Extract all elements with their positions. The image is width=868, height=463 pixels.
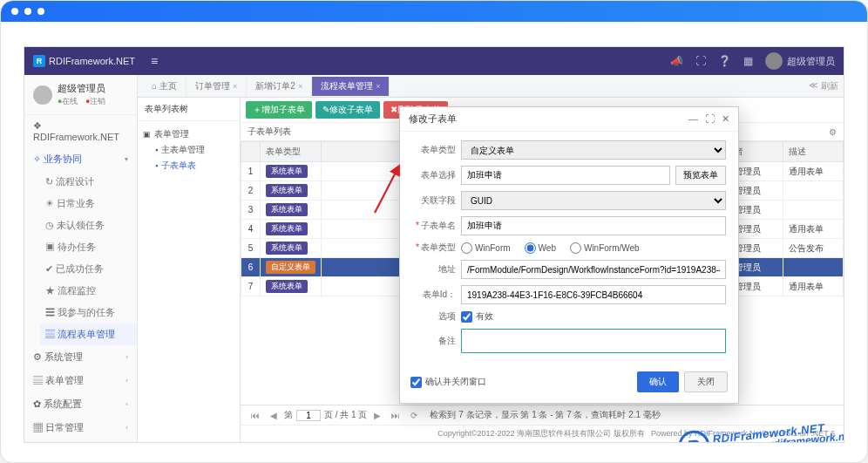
label-remark: 备注 — [412, 335, 456, 347]
hamburger-icon[interactable]: ≡ — [151, 54, 158, 68]
radio-winform[interactable]: WinForm — [461, 242, 511, 254]
sidebar-item-formmgmt[interactable]: ▤ 表单管理‹ — [24, 369, 137, 392]
close-after-save-checkbox[interactable]: 确认并关闭窗口 — [410, 376, 486, 388]
tree-title: 表单列表树 — [138, 98, 240, 121]
help-icon[interactable]: ❔ — [718, 55, 731, 67]
sidebar-item-sysconf[interactable]: ✿ 系统配置‹ — [24, 392, 137, 416]
tree-panel: 表单列表树 ▣表单管理 ▪主表单管理 ▪子表单表 — [138, 98, 241, 442]
sub-participated[interactable]: ☰ 我参与的任务 — [40, 302, 137, 323]
add-subform-button[interactable]: ＋增加子表单 — [246, 101, 312, 119]
select-form-input[interactable] — [461, 166, 670, 185]
gear-icon[interactable]: ⚙ — [829, 127, 837, 137]
pager-summary: 检索到 7 条记录，显示 第 1 条 - 第 7 条，查询耗时 2.1 毫秒 — [430, 409, 660, 421]
tab-refresh[interactable]: 刷新 — [821, 80, 838, 92]
traffic-dot — [11, 8, 18, 15]
sidebar-item-daily[interactable]: ▦ 日常管理‹ — [24, 416, 137, 439]
sidebar-item-workflow[interactable]: ✧ 业务协同 ▾ — [24, 147, 137, 171]
label-sub-name: 子表单名 — [412, 220, 456, 232]
home-icon: ⌂ — [152, 81, 157, 91]
close-icon[interactable]: × — [233, 82, 237, 91]
tab-home[interactable]: ⌂主页 — [143, 77, 186, 96]
sub-daily-biz[interactable]: ☀ 日常业务 — [40, 193, 137, 214]
relation-field-select[interactable]: GUID — [461, 191, 726, 210]
type-pill[interactable]: 自定义表单 — [266, 261, 315, 274]
tree-root[interactable]: ▣表单管理 — [141, 126, 236, 142]
close-icon[interactable]: × — [298, 82, 302, 91]
radio-web[interactable]: Web — [525, 242, 556, 254]
sub-name-input[interactable] — [461, 216, 726, 235]
sub-form-mgmt[interactable]: ▤ 流程表单管理 — [40, 323, 137, 345]
close-button[interactable]: 关闭 — [684, 371, 728, 392]
copyright-link[interactable]: RDIFramework.NetCore-V5.1 — [695, 429, 797, 438]
form-type-select[interactable]: 自定义表单 — [461, 140, 726, 160]
avatar[interactable] — [765, 52, 783, 70]
radio-both[interactable]: WinForm/Web — [570, 242, 640, 254]
type-pill[interactable]: 系统表单 — [266, 203, 308, 216]
sidebar-submenu-workflow: ↻ 流程设计 ☀ 日常业务 ◷ 未认领任务 ▣ 待办任务 ✔ 已成功任务 ★ 流… — [24, 171, 137, 345]
remark-input[interactable] — [461, 329, 726, 353]
navbar-user-label[interactable]: 超级管理员 — [787, 55, 835, 68]
col-type: 表单类型 — [261, 142, 322, 162]
edit-subform-button[interactable]: ✎修改子表单 — [315, 101, 380, 119]
sidebar-item-home[interactable]: ❖ RDIFramework.NET — [24, 115, 137, 147]
pager-last-icon[interactable]: ⏭ — [388, 411, 403, 420]
user-card: 超级管理员 ●在线 ●注销 — [24, 75, 137, 115]
col-desc: 描述 — [783, 142, 843, 162]
sidebar-item-report[interactable]: ⚑ 报表中心‹ — [24, 439, 137, 442]
pager-page-input[interactable] — [296, 410, 321, 421]
tab-neworder2[interactable]: 新增订单2× — [247, 77, 312, 96]
sidebar: 超级管理员 ●在线 ●注销 ❖ RDIFramework.NET ✧ 业务协同 … — [24, 75, 138, 442]
grid-apps-icon[interactable]: ▦ — [743, 55, 753, 67]
sub-done[interactable]: ✔ 已成功任务 — [40, 258, 137, 280]
label-form-id: 表单Id： — [412, 289, 456, 301]
sidebar-item-sysmgmt[interactable]: ⚙ 系统管理‹ — [24, 345, 137, 369]
brand-logo[interactable]: R RDIFramework.NET — [33, 55, 135, 67]
sub-unclaimed[interactable]: ◷ 未认领任务 — [40, 214, 137, 236]
type-pill[interactable]: 系统表单 — [266, 222, 308, 235]
expand-icon[interactable]: ⛶ — [695, 55, 706, 67]
modal-title: 修改子表单 — [409, 112, 457, 126]
tab-orders[interactable]: 订单管理× — [186, 77, 247, 96]
url-input[interactable] — [461, 260, 726, 279]
user-name: 超级管理员 — [58, 82, 105, 95]
pager-next-icon[interactable]: ▶ — [370, 411, 384, 420]
navbar: R RDIFramework.NET ≡ 📣 ⛶ ❔ ▦ 超级管理员 — [24, 47, 844, 75]
announce-icon[interactable]: 📣 — [670, 55, 683, 67]
tab-flow-forms[interactable]: 流程表单管理× — [312, 77, 390, 96]
ok-button[interactable]: 确认 — [637, 371, 679, 392]
user-status: ●在线 ●注销 — [58, 96, 105, 107]
minimize-icon[interactable]: — — [688, 113, 698, 125]
pager-refresh-icon[interactable]: ⟳ — [407, 411, 421, 420]
col-index — [241, 142, 261, 162]
chevron-left-icon: ‹ — [125, 377, 128, 385]
label-display-type: 表单类型 — [412, 242, 456, 254]
sub-flow-design[interactable]: ↻ 流程设计 — [40, 171, 137, 193]
sub-pending[interactable]: ▣ 待办任务 — [40, 236, 137, 258]
tab-bar: ⌂主页 订单管理× 新增订单2× 流程表单管理× ≪ 刷新 — [138, 75, 844, 98]
type-pill[interactable]: 系统表单 — [266, 242, 308, 255]
maximize-icon[interactable]: ⛶ — [705, 113, 715, 125]
brand-text: RDIFramework.NET — [49, 56, 135, 66]
browser-frame: R RDIFramework.NET ≡ 📣 ⛶ ❔ ▦ 超级管理员 — [0, 0, 868, 463]
chevron-left-icon: ‹ — [125, 400, 128, 408]
chevron-left-icon: ‹ — [125, 424, 128, 432]
type-pill[interactable]: 系统表单 — [266, 165, 308, 178]
close-icon[interactable]: × — [376, 82, 380, 91]
pager-prev-icon[interactable]: ◀ — [267, 411, 281, 420]
label-relation-field: 关联字段 — [412, 194, 456, 207]
pager-first-icon[interactable]: ⏮ — [248, 411, 263, 420]
type-pill[interactable]: 系统表单 — [266, 280, 308, 293]
valid-checkbox[interactable]: 有效 — [461, 310, 493, 323]
pager: ⏮ ◀ 第 页 / 共 1 页 ▶ ⏭ ⟳ 检索到 7 条记录，显示 第 1 条… — [241, 405, 844, 425]
close-icon[interactable]: ✕ — [722, 113, 729, 125]
main: ⌂主页 订单管理× 新增订单2× 流程表单管理× ≪ 刷新 表单列表树 — [138, 75, 844, 442]
chevron-down-icon: ▾ — [125, 155, 128, 163]
modal-header[interactable]: 修改子表单 — ⛶ ✕ — [400, 107, 738, 132]
tree-node-sub[interactable]: ▪子表单表 — [153, 158, 236, 174]
form-id-input[interactable] — [461, 285, 726, 304]
tab-prev-icon[interactable]: ≪ — [809, 80, 817, 92]
tree-node-main[interactable]: ▪主表单管理 — [153, 142, 236, 158]
preview-form-button[interactable]: 预览表单 — [675, 166, 726, 185]
sub-monitor[interactable]: ★ 流程监控 — [40, 280, 137, 302]
type-pill[interactable]: 系统表单 — [266, 184, 308, 197]
